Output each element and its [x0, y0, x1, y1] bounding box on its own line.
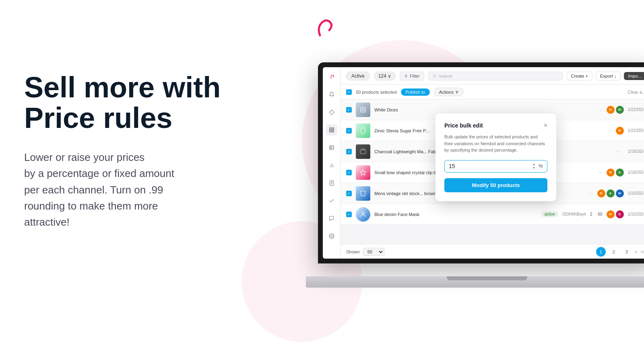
increment-button[interactable]: ▲ — [532, 163, 535, 166]
row-checkbox[interactable]: ✓ — [346, 107, 352, 113]
svg-rect-21 — [361, 107, 365, 112]
svg-rect-3 — [332, 130, 334, 132]
pagination: Shown 50 25 100 1 2 3 > >> — [341, 244, 644, 259]
svg-point-16 — [331, 235, 332, 237]
selected-count-text: 50 products selected — [356, 90, 397, 95]
product-name: White Dices — [374, 107, 594, 112]
clear-button[interactable]: Clear a... — [627, 90, 644, 95]
row-checkbox[interactable]: ✓ — [346, 170, 352, 175]
screen-inner: Active 124 ∨ Filter search Create + E — [323, 67, 644, 259]
shown-select[interactable]: 50 25 100 — [363, 248, 384, 256]
svg-point-24 — [362, 110, 363, 111]
channel-badge-orange: N — [597, 189, 605, 197]
laptop-mockup: Active 124 ∨ Filter search Create + E — [306, 62, 644, 288]
svg-point-23 — [364, 109, 365, 109]
row-checkbox[interactable]: ✓ — [346, 212, 352, 217]
modal-input-row[interactable]: 15 ▲ ▼ % — [444, 160, 547, 173]
product-image — [356, 123, 370, 138]
page-last[interactable]: >> — [640, 249, 644, 254]
svg-marker-27 — [360, 169, 366, 175]
product-channels: N A W — [597, 189, 624, 197]
toolbar: Active 124 ∨ Filter search Create + E — [341, 67, 644, 85]
count-filter[interactable]: 124 ∨ — [374, 72, 396, 80]
product-status-dash: — — [616, 149, 620, 154]
product-channels: N W — [607, 106, 624, 114]
heading-line1: Sell more with — [24, 71, 221, 103]
modal-input-value[interactable]: 15 — [449, 163, 529, 169]
logo-icon — [306, 12, 338, 44]
select-all-checkbox[interactable]: ✓ — [346, 89, 352, 95]
filter-button[interactable]: Filter — [400, 72, 424, 80]
product-status-dash: — — [599, 107, 603, 112]
actions-button[interactable]: Actions ∨ — [434, 88, 464, 96]
page-button-2[interactable]: 2 — [609, 247, 619, 257]
channel-badge-green: W — [616, 106, 624, 114]
row-checkbox[interactable]: ✓ — [346, 128, 352, 134]
product-date: 1/18/2024 — [628, 170, 644, 175]
product-image — [356, 103, 370, 117]
sidebar-logo[interactable] — [326, 71, 337, 82]
table-row: ✓ Blue denim Face Mask active ODIhNhBayh… — [341, 204, 644, 225]
laptop-notch — [447, 276, 527, 280]
modal-close-button[interactable]: × — [544, 122, 547, 129]
svg-rect-2 — [332, 128, 334, 130]
product-image — [356, 144, 370, 159]
product-date: 1/16/2024 — [628, 191, 644, 195]
create-button[interactable]: Create + — [567, 72, 593, 80]
sidebar-icon-bell[interactable] — [326, 89, 337, 100]
laptop-screen: Active 124 ∨ Filter search Create + E — [318, 62, 644, 263]
product-date: 1/22/2024 — [628, 107, 644, 112]
channel-badge-blue: W — [616, 189, 624, 197]
sub-text: Lower or raise your pricesby a percentag… — [24, 149, 258, 230]
channel-badge-pink: E — [616, 210, 624, 218]
decrement-button[interactable]: ▼ — [532, 167, 535, 170]
toolbar-right: Create + Export ↓ Impo... — [567, 72, 644, 80]
product-channels: N — [616, 127, 624, 135]
export-button[interactable]: Export ↓ — [596, 72, 621, 80]
search-placeholder: search — [439, 74, 452, 78]
search-icon — [433, 74, 437, 78]
product-status-badge: active — [541, 211, 558, 217]
publish-button[interactable]: Publish to — [401, 88, 430, 96]
product-date: 1/22/2024 — [628, 128, 644, 133]
heading-line2: Price rules — [24, 102, 172, 134]
laptop-base — [306, 276, 644, 288]
import-button[interactable]: Impo... — [624, 72, 644, 80]
product-date: 1/15/2024 — [628, 212, 644, 216]
sidebar-icon-diamond[interactable] — [326, 107, 337, 118]
sidebar-icon-check[interactable] — [326, 195, 337, 206]
app-layout: Active 124 ∨ Filter search Create + E — [323, 67, 644, 259]
product-qty: 2 — [590, 212, 592, 216]
main-content: Active 124 ∨ Filter search Create + E — [341, 67, 644, 259]
status-filter[interactable]: Active — [346, 72, 370, 80]
sidebar-icon-doc[interactable] — [326, 177, 337, 189]
filter-icon — [404, 74, 408, 78]
sidebar-icon-chart[interactable] — [326, 160, 337, 171]
sidebar-icon-grid[interactable] — [326, 124, 337, 136]
channel-badge-orange: N — [607, 106, 615, 114]
modal-input-controls[interactable]: ▲ ▼ — [532, 163, 535, 170]
channel-badge-green: A — [616, 169, 624, 177]
sidebar-icon-msg[interactable] — [326, 213, 337, 224]
row-checkbox[interactable]: ✓ — [346, 149, 352, 154]
page-next[interactable]: > — [635, 249, 637, 254]
row-checkbox[interactable]: ✓ — [346, 191, 352, 196]
page-button-1[interactable]: 1 — [596, 247, 606, 257]
search-box[interactable]: search — [428, 72, 563, 80]
channel-badge-orange: N — [607, 169, 615, 177]
sidebar-icon-table[interactable] — [326, 142, 337, 153]
percent-label: % — [539, 163, 543, 169]
modal-header: Price bulk edit × — [444, 122, 547, 129]
svg-point-28 — [362, 212, 364, 214]
sidebar-icon-settings[interactable] — [326, 230, 337, 242]
product-channels: N A — [607, 169, 624, 177]
product-status-dash: — — [599, 170, 603, 175]
product-image — [356, 186, 370, 201]
modify-products-button[interactable]: Modify 50 products — [444, 178, 547, 192]
product-image — [356, 207, 370, 222]
price-bulk-edit-modal: Price bulk edit × Bulk update the prices… — [436, 113, 556, 201]
channel-badge-green: A — [607, 189, 615, 197]
sidebar — [323, 67, 341, 259]
page-button-3[interactable]: 3 — [622, 247, 632, 257]
product-date: 1/19/2024 — [628, 149, 644, 154]
